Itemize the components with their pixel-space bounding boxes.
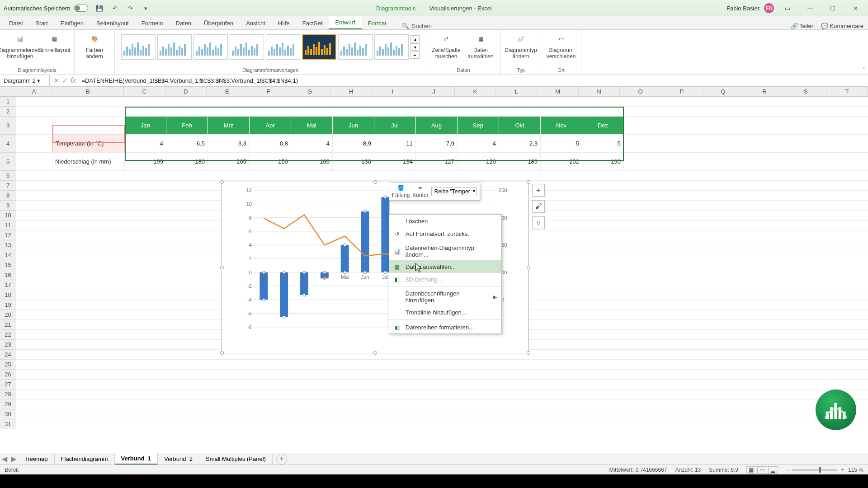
row-19[interactable]: 19 <box>0 300 16 310</box>
row-26[interactable]: 26 <box>0 370 16 380</box>
tab-seitenlayout[interactable]: Seitenlayout <box>90 17 135 29</box>
row-22[interactable]: 22 <box>0 330 16 340</box>
row-2[interactable]: 2 <box>0 107 16 117</box>
outline-button[interactable]: ✒Kontur <box>412 185 428 198</box>
tab-formeln[interactable]: Formeln <box>135 17 170 29</box>
tab-factset[interactable]: FactSet <box>296 17 329 29</box>
row-7[interactable]: 7 <box>0 181 16 191</box>
select-all-corner[interactable] <box>0 87 16 96</box>
col-H[interactable]: H <box>330 87 372 96</box>
col-O[interactable]: O <box>620 87 661 96</box>
row-4[interactable]: 4 <box>0 135 16 153</box>
row-16[interactable]: 16 <box>0 270 16 280</box>
col-G[interactable]: G <box>289 87 330 96</box>
tab-daten[interactable]: Daten <box>169 17 198 29</box>
chart-elements-button[interactable]: ＋ <box>532 184 545 197</box>
chart-filters-button[interactable]: ▿ <box>532 216 545 229</box>
style-thumb-8[interactable] <box>374 34 409 60</box>
ctx-add-data-labels[interactable]: Datenbeschriftungen hinzufügen▶ <box>389 288 501 306</box>
search-icon[interactable]: 🔍 <box>402 23 409 29</box>
tab-hilfe[interactable]: Hilfe <box>272 17 296 29</box>
row-28[interactable]: 28 <box>0 389 16 399</box>
autosave-toggle[interactable] <box>74 5 88 12</box>
maximize-icon[interactable]: ☐ <box>824 1 842 15</box>
row-9[interactable]: 9 <box>0 201 16 211</box>
row-27[interactable]: 27 <box>0 380 16 389</box>
spreadsheet-grid[interactable]: 1234567891011121314151617181920212223242… <box>0 97 868 453</box>
style-thumb-3[interactable] <box>193 34 228 60</box>
col-A[interactable]: A <box>16 87 52 96</box>
ctx-add-trendline[interactable]: Trendlinie hinzufügen... <box>389 306 501 319</box>
sheet-nav-prev[interactable]: ◀ <box>0 455 9 463</box>
style-thumb-1[interactable] <box>121 34 156 60</box>
row-30[interactable]: 30 <box>0 409 16 419</box>
col-L[interactable]: L <box>496 87 537 96</box>
col-J[interactable]: J <box>413 87 454 96</box>
select-data-button[interactable]: ▦ Daten auswählen <box>464 32 497 60</box>
style-thumb-6[interactable] <box>302 34 336 60</box>
col-F[interactable]: F <box>248 87 289 96</box>
tab-ansicht[interactable]: Ansicht <box>240 17 272 29</box>
change-chart-type-button[interactable]: 📈 Diagrammtyp ändern <box>505 32 537 60</box>
name-box[interactable]: Diagramm 2 ▾ <box>0 75 50 86</box>
col-K[interactable]: K <box>455 87 496 96</box>
sheet-nav-next[interactable]: ▶ <box>9 455 18 463</box>
row-31[interactable]: 31 <box>0 419 16 429</box>
col-P[interactable]: P <box>661 87 703 96</box>
accept-formula-icon[interactable]: ✓ <box>62 76 68 85</box>
tab-ueberpruefen[interactable]: Überprüfen <box>198 17 240 29</box>
view-buttons[interactable]: ▦▭▂ <box>746 466 778 474</box>
gallery-scroll[interactable]: ▴▾⏷ <box>410 34 420 60</box>
ctx-format-series[interactable]: ◐Datenreihen formatieren... <box>389 321 501 333</box>
col-T[interactable]: T <box>826 87 868 96</box>
chart-styles-button[interactable]: 🖌 <box>532 200 545 213</box>
style-thumb-5[interactable] <box>266 34 300 60</box>
quick-layout-button[interactable]: ▦ Schnelllayout <box>38 32 71 53</box>
share-button[interactable]: 🔗 Teilen <box>791 23 815 29</box>
comments-button[interactable]: 💬 Kommentare <box>821 23 863 29</box>
col-R[interactable]: R <box>744 87 785 96</box>
zoom-control[interactable]: −＋115 % <box>786 466 863 474</box>
row-10[interactable]: 10 <box>0 211 16 221</box>
row-1[interactable]: 1 <box>0 97 16 107</box>
style-thumb-4[interactable] <box>230 34 264 60</box>
row-24[interactable]: 24 <box>0 350 16 360</box>
col-E[interactable]: E <box>207 87 248 96</box>
col-M[interactable]: M <box>538 87 579 96</box>
ctx-change-series-type[interactable]: 📊Datenreihen-Diagrammtyp ändern... <box>389 242 501 260</box>
row-11[interactable]: 11 <box>0 221 16 230</box>
row-12[interactable]: 12 <box>0 230 16 240</box>
row-23[interactable]: 23 <box>0 340 16 350</box>
style-thumb-2[interactable] <box>157 34 192 60</box>
sheet-verbund1[interactable]: Verbund_1 <box>115 453 158 465</box>
row-29[interactable]: 29 <box>0 399 16 409</box>
row-21[interactable]: 21 <box>0 320 16 330</box>
row-14[interactable]: 14 <box>0 250 16 260</box>
redo-icon[interactable]: ↷ <box>126 4 134 12</box>
formula-input[interactable]: =DATENREIHE(Verbund_1!$B$4;Verbund_1!$C$… <box>80 77 868 84</box>
series-selector[interactable]: Reihe "Temper <box>431 187 477 196</box>
ribbon-display-icon[interactable]: ▭ <box>778 1 797 15</box>
row-13[interactable]: 13 <box>0 240 16 250</box>
tab-start[interactable]: Start <box>29 17 54 29</box>
sheet-flaechen[interactable]: Flächendiagramm <box>55 454 115 464</box>
cancel-formula-icon[interactable]: ✕ <box>53 76 59 85</box>
tab-format[interactable]: Format <box>362 17 393 29</box>
col-N[interactable]: N <box>579 87 620 96</box>
tab-datei[interactable]: Datei <box>3 17 29 29</box>
qat-dropdown-icon[interactable]: ▾ <box>142 4 150 12</box>
ctx-delete[interactable]: Löschen <box>389 215 501 227</box>
tab-einfuegen[interactable]: Einfügen <box>54 17 90 29</box>
row-20[interactable]: 20 <box>0 310 16 320</box>
row-25[interactable]: 25 <box>0 360 16 370</box>
row-3[interactable]: 3 <box>0 117 16 135</box>
move-chart-button[interactable]: ▭ Diagramm verschieben <box>545 32 577 60</box>
add-sheet-button[interactable]: ＋ <box>276 454 287 465</box>
col-S[interactable]: S <box>785 87 826 96</box>
close-icon[interactable]: ✕ <box>846 1 864 15</box>
undo-icon[interactable]: ↶ <box>111 4 119 12</box>
ctx-reset-format[interactable]: ↺Auf Formatvorl. zurücks. <box>389 227 501 240</box>
ctx-select-data[interactable]: ▦Daten auswählen... <box>389 260 501 273</box>
minimize-icon[interactable]: — <box>801 1 819 15</box>
tab-entwurf[interactable]: Entwurf <box>329 16 362 29</box>
